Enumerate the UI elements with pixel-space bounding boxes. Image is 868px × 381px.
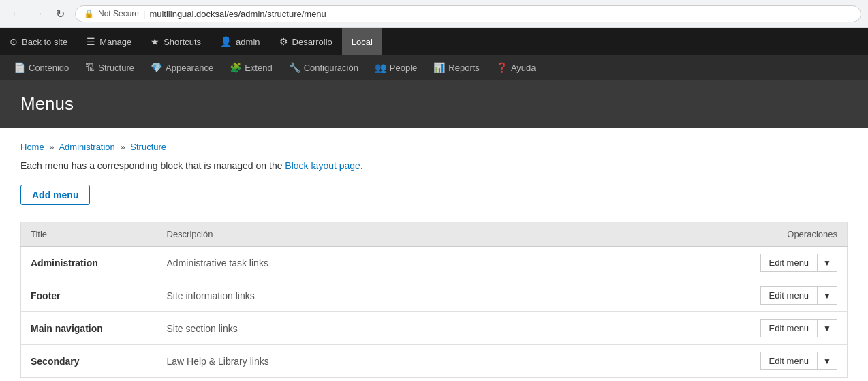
col-header-description: Descripción xyxy=(157,222,711,247)
breadcrumb-structure[interactable]: Structure xyxy=(130,142,166,152)
not-secure-label: Not Secure xyxy=(98,9,139,18)
breadcrumb: Home » Administration » Structure xyxy=(20,142,848,152)
contenido-icon: 📄 xyxy=(14,62,25,73)
toolbar-admin-label: admin xyxy=(236,37,260,47)
toolbar-local-label: Local xyxy=(352,37,373,47)
shortcuts-icon: ★ xyxy=(151,36,159,47)
toolbar-shortcuts-label: Shortcuts xyxy=(164,37,201,47)
nav-item-configuracion[interactable]: 🔧 Configuración xyxy=(281,55,367,80)
row-ops-footer: Edit menu ▼ xyxy=(711,279,848,312)
row-desc-footer: Site information links xyxy=(157,279,711,312)
page-header: Menus xyxy=(0,80,868,128)
table-row: Footer Site information links Edit menu … xyxy=(21,279,848,312)
toolbar-manage-label: Manage xyxy=(99,37,131,47)
row-title-administration: Administration xyxy=(21,247,157,279)
edit-menu-button-secondary[interactable]: Edit menu xyxy=(760,352,818,370)
table-row: Administration Administrative task links… xyxy=(21,247,848,279)
edit-menu-button-footer[interactable]: Edit menu xyxy=(760,286,818,305)
nav-item-people[interactable]: 👥 People xyxy=(367,55,425,80)
row-title-footer: Footer xyxy=(21,279,157,312)
page-description: Each menu has a corresponding block that… xyxy=(20,160,848,171)
lock-icon: 🔒 xyxy=(84,9,94,18)
url-display: multilingual.docksal/es/admin/structure/… xyxy=(149,9,326,19)
edit-btn-group-footer: Edit menu ▼ xyxy=(760,286,837,305)
forward-button[interactable]: → xyxy=(29,4,48,23)
row-ops-main-navigation: Edit menu ▼ xyxy=(711,312,848,345)
refresh-button[interactable]: ↻ xyxy=(50,4,69,23)
admin-toolbar: ⊙ Back to site ☰ Manage ★ Shortcuts 👤 ad… xyxy=(0,28,868,55)
nav-item-reports[interactable]: 📊 Reports xyxy=(425,55,488,80)
row-title-secondary: Secondary xyxy=(21,345,157,378)
structure-icon: 🏗 xyxy=(85,62,95,73)
toolbar-back-to-site-label: Back to site xyxy=(22,37,67,47)
dropdown-arrow-administration[interactable]: ▼ xyxy=(818,254,837,272)
toolbar-admin[interactable]: 👤 admin xyxy=(211,28,269,55)
url-prefix: multilingual.docksal xyxy=(149,9,226,19)
ayuda-icon: ❓ xyxy=(496,62,508,73)
appearance-icon: 💎 xyxy=(151,62,162,73)
menus-table: Title Descripción Operaciones Administra… xyxy=(20,222,848,378)
description-prefix: Each menu has a corresponding block that… xyxy=(20,160,285,171)
breadcrumb-administration[interactable]: Administration xyxy=(59,142,114,152)
nav-item-appearance[interactable]: 💎 Appearance xyxy=(142,55,221,80)
browser-nav-buttons: ← → ↻ xyxy=(7,4,69,23)
url-separator: | xyxy=(143,9,145,19)
edit-menu-button-main-navigation[interactable]: Edit menu xyxy=(760,319,818,337)
nav-reports-label: Reports xyxy=(448,63,480,73)
add-menu-button[interactable]: Add menu xyxy=(20,185,90,205)
manage-icon: ☰ xyxy=(87,36,95,47)
row-desc-administration: Administrative task links xyxy=(157,247,711,279)
extend-icon: 🧩 xyxy=(230,62,241,73)
toolbar-desarrollo-label: Desarrollo xyxy=(292,37,332,47)
breadcrumb-home[interactable]: Home xyxy=(20,142,44,152)
row-ops-secondary: Edit menu ▼ xyxy=(711,345,848,378)
edit-menu-button-administration[interactable]: Edit menu xyxy=(760,254,818,272)
secondary-nav: 📄 Contenido 🏗 Structure 💎 Appearance 🧩 E… xyxy=(0,55,868,80)
configuracion-icon: 🔧 xyxy=(289,62,300,73)
page-title: Menus xyxy=(20,93,848,115)
table-header-row: Title Descripción Operaciones xyxy=(21,222,848,247)
nav-structure-label: Structure xyxy=(98,63,134,73)
nav-item-contenido[interactable]: 📄 Contenido xyxy=(5,55,77,80)
row-desc-main-navigation: Site section links xyxy=(157,312,711,345)
nav-item-extend[interactable]: 🧩 Extend xyxy=(221,55,280,80)
back-to-site-icon: ⊙ xyxy=(10,36,18,47)
description-suffix: . xyxy=(360,160,363,171)
toolbar-manage[interactable]: ☰ Manage xyxy=(77,28,141,55)
nav-extend-label: Extend xyxy=(245,63,272,73)
nav-configuracion-label: Configuración xyxy=(304,63,358,73)
edit-btn-group-secondary: Edit menu ▼ xyxy=(760,352,837,370)
edit-btn-group-main-navigation: Edit menu ▼ xyxy=(760,319,837,337)
col-header-title: Title xyxy=(21,222,157,247)
admin-icon: 👤 xyxy=(220,36,232,47)
row-ops-administration: Edit menu ▼ xyxy=(711,247,848,279)
nav-contenido-label: Contenido xyxy=(29,63,69,73)
nav-item-ayuda[interactable]: ❓ Ayuda xyxy=(488,55,544,80)
url-path: /es/admin/structure/menu xyxy=(226,9,326,19)
edit-btn-group-administration: Edit menu ▼ xyxy=(760,254,837,272)
table-row: Secondary Law Help & Library links Edit … xyxy=(21,345,848,378)
address-bar[interactable]: 🔒 Not Secure | multilingual.docksal/es/a… xyxy=(75,5,861,22)
browser-chrome: ← → ↻ 🔒 Not Secure | multilingual.docksa… xyxy=(0,0,868,28)
row-title-main-navigation: Main navigation xyxy=(21,312,157,345)
reports-icon: 📊 xyxy=(433,62,445,73)
table-row: Main navigation Site section links Edit … xyxy=(21,312,848,345)
dropdown-arrow-footer[interactable]: ▼ xyxy=(818,286,837,305)
nav-appearance-label: Appearance xyxy=(166,63,213,73)
toolbar-shortcuts[interactable]: ★ Shortcuts xyxy=(141,28,211,55)
nav-ayuda-label: Ayuda xyxy=(511,63,536,73)
desarrollo-icon: ⚙ xyxy=(279,36,288,47)
dropdown-arrow-secondary[interactable]: ▼ xyxy=(818,352,837,370)
toolbar-local[interactable]: Local xyxy=(342,28,382,55)
nav-people-label: People xyxy=(390,63,417,73)
col-header-operations: Operaciones xyxy=(711,222,848,247)
toolbar-desarrollo[interactable]: ⚙ Desarrollo xyxy=(270,28,342,55)
block-layout-link[interactable]: Block layout page xyxy=(285,160,360,171)
page-content: Home » Administration » Structure Each m… xyxy=(0,128,868,381)
toolbar-back-to-site[interactable]: ⊙ Back to site xyxy=(0,28,77,55)
back-button[interactable]: ← xyxy=(7,4,26,23)
breadcrumb-sep-2: » xyxy=(120,142,125,152)
nav-item-structure[interactable]: 🏗 Structure xyxy=(77,55,142,80)
dropdown-arrow-main-navigation[interactable]: ▼ xyxy=(818,319,837,337)
breadcrumb-sep-1: » xyxy=(49,142,54,152)
